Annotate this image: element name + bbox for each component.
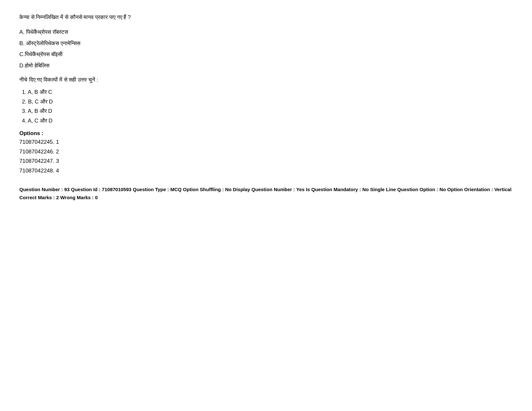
- option-d: D.होमो हेबिलिस: [19, 61, 513, 71]
- question-container: केन्या से निम्नलिखित में से कौनसे मानव प…: [19, 13, 513, 202]
- option-id-2: 71087042246. 2: [19, 147, 513, 157]
- option-c: C.पिथेकैंथ्रोपस बॉइसी: [19, 50, 513, 60]
- meta-line-1: Question Number : 93 Question Id : 71087…: [19, 185, 513, 194]
- option-id-4: 71087042248. 4: [19, 166, 513, 176]
- options-label: Options :: [19, 130, 513, 137]
- option-id-3: 71087042247. 3: [19, 156, 513, 166]
- sub-question-text: नीचे दिए गए विकल्पों में से सही उत्तर चु…: [19, 75, 513, 84]
- answer-option-4: 4. A, C और D: [22, 116, 513, 126]
- question-main-text: केन्या से निम्नलिखित में से कौनसे मानव प…: [19, 13, 513, 22]
- option-id-1: 71087042245. 1: [19, 137, 513, 147]
- option-b: B. ऑस्ट्रेलोपिथेकस एनामेन्सिस: [19, 39, 513, 49]
- option-a: A. पिथेकैंथ्रोपस रॉबस्टस: [19, 27, 513, 37]
- answer-option-2: 2. B, C और D: [22, 97, 513, 107]
- answer-option-1: 1. A, B और C: [22, 87, 513, 97]
- meta-line-2: Correct Marks : 2 Wrong Marks : 0: [19, 193, 513, 202]
- answer-option-3: 3. A, B और D: [22, 106, 513, 116]
